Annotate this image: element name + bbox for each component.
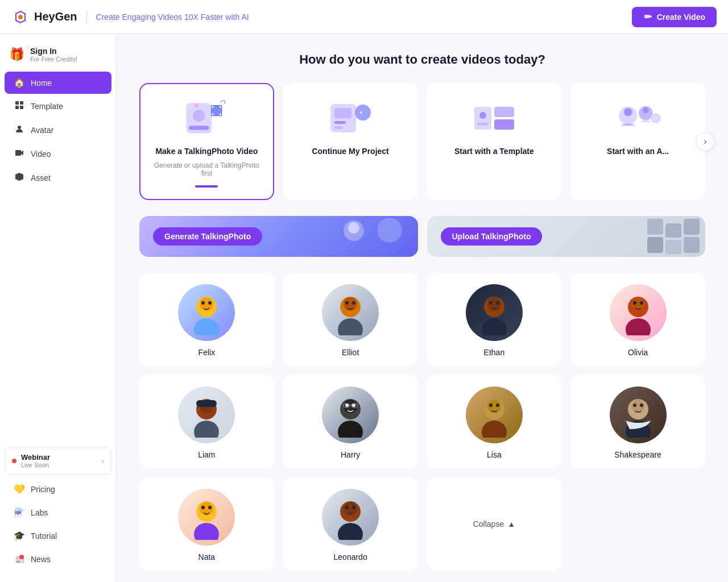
elliot-avatar (328, 290, 373, 335)
avatar-img-shakespeare (610, 386, 667, 443)
avatar-img-felix (178, 284, 235, 341)
gift-icon: 🎁 (9, 47, 24, 62)
avatars-grid: Felix Elliot (139, 273, 705, 571)
avatar-card-shakespeare[interactable]: Shakespeare (570, 375, 705, 468)
sidebar-item-pricing[interactable]: 💛 Pricing (5, 478, 111, 500)
options-next-button[interactable]: › (696, 132, 714, 151)
sidebar-item-news[interactable]: 📰 News (5, 548, 111, 571)
upload-talking-photo-button[interactable]: Upload TalkingPhoto (441, 227, 543, 246)
svg-point-50 (633, 301, 636, 305)
webinar-label: Webinar (21, 453, 50, 462)
generate-talking-photo-button[interactable]: Generate TalkingPhoto (153, 227, 262, 246)
webinar-banner[interactable]: Webinar Live Soon › (5, 447, 111, 475)
nata-avatar (184, 494, 229, 540)
shakespeare-avatar (615, 392, 661, 438)
option-avatar[interactable]: Start with an A... (570, 83, 705, 200)
svg-point-67 (487, 400, 501, 413)
sidebar-nav: 🏠 Home Template Avatar Video (0, 72, 116, 444)
asset-icon (14, 172, 25, 184)
tutorial-icon: 🎓 (14, 530, 25, 541)
svg-point-77 (200, 502, 213, 516)
sidebar-item-tutorial[interactable]: 🎓 Tutorial (5, 525, 111, 547)
sidebar-item-home[interactable]: 🏠 Home (5, 72, 111, 94)
avatar-img-elliot (322, 284, 379, 341)
svg-point-83 (338, 523, 363, 540)
harry-avatar (328, 392, 373, 438)
video-icon (643, 13, 652, 22)
avatar-card-elliot[interactable]: Elliot (283, 273, 418, 366)
upload-talking-photo-banner[interactable]: Upload TalkingPhoto (427, 216, 706, 257)
avatar-card-ethan[interactable]: Ethan (427, 273, 562, 366)
collapse-label[interactable]: Collapse ▲ (473, 519, 515, 529)
template-illustration (471, 95, 517, 141)
sidebar-item-home-label: Home (31, 78, 52, 88)
avatar-card-lisa[interactable]: Lisa (427, 375, 562, 468)
avatar-card-olivia[interactable]: Olivia (570, 273, 705, 366)
svg-rect-54 (196, 400, 217, 407)
svg-rect-11 (189, 126, 209, 130)
option-continue-project[interactable]: Continue My Project (283, 83, 418, 200)
svg-point-44 (482, 318, 507, 335)
sidebar-item-avatar[interactable]: Avatar (5, 119, 111, 142)
avatar-name-elliot: Elliot (342, 348, 359, 357)
template-label: Start with a Template (454, 147, 534, 156)
sidebar-item-news-label: News (31, 555, 51, 564)
svg-point-70 (496, 404, 499, 407)
header-divider (86, 10, 87, 24)
avatar-card-harry[interactable]: Harry (283, 375, 418, 468)
sidebar-user[interactable]: 🎁 Sign In For Free Credits! (0, 41, 116, 72)
svg-point-40 (345, 301, 349, 305)
svg-point-25 (624, 108, 632, 116)
labs-icon: ⚗️ (14, 507, 25, 518)
avatar-card-felix[interactable]: Felix (139, 273, 274, 366)
option-template[interactable]: Start with a Template (427, 83, 562, 200)
sidebar: 🎁 Sign In For Free Credits! 🏠 Home Templ… (0, 34, 117, 582)
svg-point-41 (352, 301, 355, 305)
create-video-button[interactable]: Create Video (632, 7, 717, 27)
svg-point-27 (643, 107, 649, 113)
svg-point-13 (195, 103, 198, 107)
avatar-img-harry (322, 386, 379, 443)
svg-rect-8 (15, 150, 21, 156)
template-icon (14, 101, 25, 112)
svg-point-1 (18, 15, 23, 19)
talking-photo-illustration (184, 95, 229, 141)
avatar-name-felix: Felix (198, 348, 216, 357)
felix-avatar (184, 290, 229, 335)
sidebar-item-template[interactable]: Template (5, 95, 111, 118)
logo[interactable]: HeyGen (11, 8, 77, 26)
svg-point-29 (344, 221, 364, 241)
continue-project-label: Continue My Project (312, 147, 388, 156)
svg-point-85 (352, 506, 355, 509)
avatar-img-liam (178, 386, 235, 443)
option-talking-photo[interactable]: Make a TalkingPhoto Video Generate or up… (139, 83, 274, 200)
main-content: How do you want to create videos today? (117, 34, 728, 582)
generate-talking-photo-banner[interactable]: Generate TalkingPhoto (139, 216, 418, 257)
avatar-card-liam[interactable]: Liam (139, 375, 274, 468)
avatar-card-nata[interactable]: Nata (139, 477, 274, 571)
sidebar-item-avatar-label: Avatar (31, 126, 53, 135)
sidebar-item-asset[interactable]: Asset (5, 167, 111, 189)
svg-point-30 (348, 222, 359, 234)
collapse-chevron-icon: ▲ (507, 519, 515, 529)
header-tagline: Create Engaging Videos 10X Faster with A… (96, 13, 249, 22)
generate-banner-avatar1 (340, 219, 368, 253)
sidebar-item-labs[interactable]: ⚗️ Labs (5, 501, 111, 523)
avatar-img-ethan (466, 284, 523, 341)
collapse-button-card[interactable]: Collapse ▲ (427, 477, 562, 571)
svg-point-39 (338, 318, 363, 335)
avatar-name-nata: Nata (198, 552, 216, 562)
svg-point-2 (650, 15, 652, 18)
avatar-name-olivia: Olivia (628, 348, 648, 357)
avatar-card-leonardo[interactable]: Leonardo (283, 477, 418, 571)
news-notification-dot (19, 555, 24, 559)
svg-point-51 (640, 301, 643, 305)
svg-point-31 (377, 218, 402, 243)
sidebar-item-video[interactable]: Video (5, 143, 111, 165)
svg-rect-20 (494, 107, 514, 117)
svg-rect-6 (20, 106, 23, 109)
svg-point-36 (208, 301, 212, 305)
avatar-img-nata (178, 489, 235, 546)
avatar-img-leonardo (322, 489, 379, 546)
svg-point-33 (200, 297, 213, 311)
